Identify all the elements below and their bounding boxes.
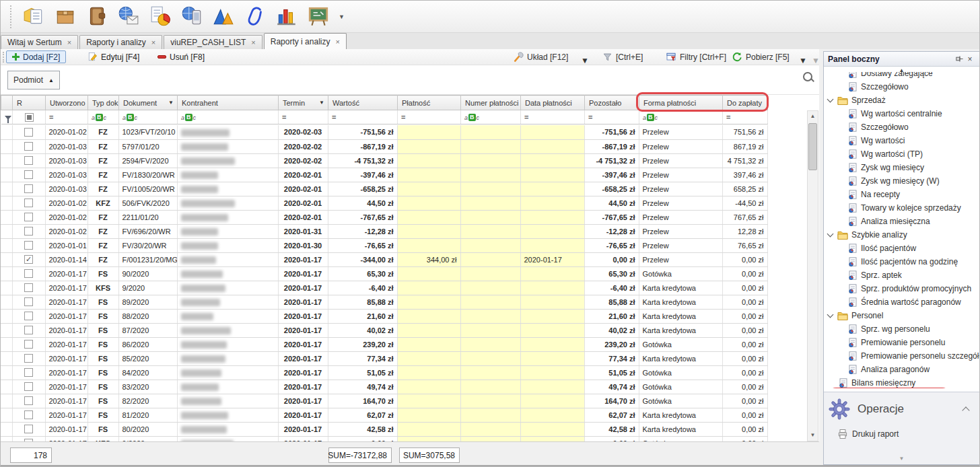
tree-item[interactable]: Analiza miesięczna <box>824 215 979 228</box>
bar-chart-icon[interactable] <box>274 3 300 30</box>
print-report-item[interactable]: Drukuj raport <box>824 423 979 439</box>
table-row[interactable]: 2020-01-17FS90/20202020-01-1765,30 zł65,… <box>1 266 767 281</box>
row-checkbox[interactable] <box>24 340 33 349</box>
filter-cell[interactable] <box>1 110 13 124</box>
table-row[interactable]: 2020-01-02FZ1023/FVT/20/102020-02-03-751… <box>1 125 767 139</box>
table-row[interactable]: 2020-01-02FZ2211/01/202020-02-01-767,65 … <box>1 210 767 224</box>
row-checkbox[interactable] <box>24 142 33 151</box>
row-checkbox[interactable] <box>24 128 33 137</box>
toolbar-overflow-arrow[interactable]: ▼ <box>339 13 345 20</box>
column-header[interactable]: Dokument▼ <box>119 96 178 110</box>
chevron-down-icon[interactable] <box>827 312 834 318</box>
row-checkbox[interactable] <box>24 396 33 405</box>
collapse-chevron-icon[interactable] <box>962 406 969 414</box>
column-header[interactable]: Typ dok... <box>88 96 119 110</box>
tree-item[interactable]: Sprz. aptek <box>824 268 979 282</box>
column-header[interactable]: Data płatności <box>521 96 585 110</box>
pin-icon[interactable] <box>954 54 965 65</box>
search-icon[interactable] <box>802 71 814 83</box>
filter-cell[interactable]: = <box>328 110 398 124</box>
close-icon[interactable]: × <box>151 38 155 46</box>
group-by-podmiot-chip[interactable]: Podmiot ▲ <box>7 71 60 89</box>
table-row[interactable]: 2020-01-03FZFV/1830/20/WR2020-02-01-397,… <box>1 168 767 182</box>
row-checkbox[interactable] <box>24 255 33 264</box>
column-header[interactable]: Do zapłaty <box>723 96 768 110</box>
filters-button[interactable]: Filtry [Ctrl+F] <box>662 50 730 63</box>
attachment-icon[interactable] <box>242 3 268 30</box>
table-row[interactable]: 2020-01-17FS83/20202020-01-1749,74 zł49,… <box>1 380 767 394</box>
close-icon[interactable]: × <box>335 38 339 46</box>
close-icon[interactable]: × <box>67 38 71 46</box>
filter-cell[interactable]: aBc <box>178 110 279 124</box>
add-button[interactable]: Dodaj [F2] <box>6 50 66 63</box>
tree-item[interactable]: Średnia wartość paragonów <box>824 295 979 309</box>
select-all-checkbox[interactable] <box>25 113 34 122</box>
row-checkbox[interactable] <box>24 425 33 433</box>
table-row[interactable]: 2020-01-17KFS9/20202020-01-17-6,40 zł-6,… <box>1 281 767 295</box>
table-row[interactable]: 2020-01-17FS86/20202020-01-17239,20 zł23… <box>1 337 767 351</box>
refresh-button[interactable]: Pobierz [F5] <box>728 50 794 63</box>
tree-scroll-down-icon[interactable]: ▼ <box>824 456 979 462</box>
row-checkbox[interactable] <box>24 326 33 334</box>
column-header[interactable]: Kontrahent <box>178 96 279 110</box>
filter-cell[interactable] <box>13 110 46 124</box>
tab-witaj-w-sertum[interactable]: Witaj w Sertum× <box>1 35 78 49</box>
tree-item[interactable]: Wg wartości <box>824 134 979 147</box>
table-row[interactable]: 2020-01-17FS80/20202020-01-1742,58 zł42,… <box>1 422 767 436</box>
filter-cell[interactable]: = <box>46 110 88 124</box>
filter-cell[interactable]: aBc <box>119 110 178 124</box>
table-row[interactable]: 2020-01-17FS84/20202020-01-1751,05 zł51,… <box>1 365 767 380</box>
table-row[interactable]: 2020-01-03FZ5797/01/202020-02-02-867,19 … <box>1 139 767 153</box>
table-row[interactable]: 2020-01-17KFS9/20202020-01-170,00 zł0,00… <box>1 436 767 441</box>
row-checkbox[interactable] <box>24 312 33 320</box>
filter-cell[interactable]: aBc <box>639 110 723 124</box>
tree-item[interactable]: Na recepty <box>824 188 979 201</box>
column-header[interactable]: Numer płatności <box>461 96 521 110</box>
operations-header[interactable]: Operacje <box>824 392 979 423</box>
filter-cell[interactable]: = <box>723 110 768 124</box>
row-checkbox[interactable] <box>24 269 33 278</box>
package-icon[interactable] <box>53 3 78 30</box>
vertical-scrollbar[interactable]: ▲ ▼ <box>807 110 818 441</box>
sort-desc-icon[interactable]: ▼ <box>168 100 174 106</box>
report-pie-icon[interactable] <box>147 3 173 30</box>
edit-button[interactable]: Edytuj [F4] <box>81 50 145 63</box>
tree-item[interactable]: Zysk wg miesięcy (W) <box>824 174 979 188</box>
row-checkbox[interactable] <box>24 170 33 179</box>
chevron-down-icon[interactable] <box>827 231 834 238</box>
row-checkbox[interactable] <box>24 156 33 165</box>
scroll-down-arrow[interactable]: ▼ <box>808 430 818 441</box>
filter-cell[interactable]: = <box>398 110 461 124</box>
column-header[interactable]: Wartość <box>328 96 398 110</box>
tree-item[interactable]: Ilość pacjentów <box>824 242 979 255</box>
delete-button[interactable]: Usuń [F8] <box>151 50 211 63</box>
row-checkbox[interactable] <box>24 184 33 193</box>
tree-item[interactable]: Sprz. produktów promocyjnych <box>824 282 979 295</box>
sort-desc-icon[interactable]: ▼ <box>319 100 324 106</box>
row-checkbox[interactable] <box>24 241 33 250</box>
tree-item[interactable]: Towary w kolejce sprzedaży <box>824 201 979 215</box>
table-row[interactable]: 2020-01-02KFZ506/FVK/20202020-02-0144,50… <box>1 196 767 210</box>
documents-icon[interactable] <box>21 3 46 30</box>
globe-mail-icon[interactable] <box>116 3 141 30</box>
tree-folder[interactable]: Personel <box>824 309 979 322</box>
tab-raporty-i-analizy-2[interactable]: Raporty i analizy× <box>264 33 347 49</box>
row-checkbox[interactable] <box>24 368 33 377</box>
column-header[interactable]: Pozostało <box>585 96 639 110</box>
tree-item[interactable]: Wg wartości (TP) <box>824 147 979 161</box>
table-row[interactable]: 2020-01-17FS82/20202020-01-17164,70 zł16… <box>1 394 767 408</box>
tree-item[interactable]: Zysk wg miesięcy <box>824 161 979 174</box>
table-row[interactable]: 2020-01-03FZFV/1005/20/WR2020-02-01-658,… <box>1 182 767 196</box>
toolbar-grip[interactable] <box>3 52 4 63</box>
table-row[interactable]: 2020-01-03FZ2594/FV/20202020-02-02-4 751… <box>1 153 767 168</box>
scroll-up-arrow[interactable]: ▲ <box>808 111 818 122</box>
close-icon[interactable]: × <box>251 38 255 46</box>
filter-cell[interactable]: aBc <box>88 110 119 124</box>
row-checkbox[interactable] <box>24 227 33 236</box>
column-header[interactable]: Płatność <box>398 96 461 110</box>
tree-item[interactable]: Szczegółowo <box>824 80 979 94</box>
table-row[interactable]: 2020-01-17FS85/20202020-01-1777,34 zł77,… <box>1 351 767 365</box>
tree-item[interactable]: Dostawy zalegające <box>824 72 979 80</box>
tree-item[interactable]: Analiza paragonów <box>824 363 979 376</box>
tree-item[interactable]: Ilość pacjentów na godzinę <box>824 255 979 268</box>
